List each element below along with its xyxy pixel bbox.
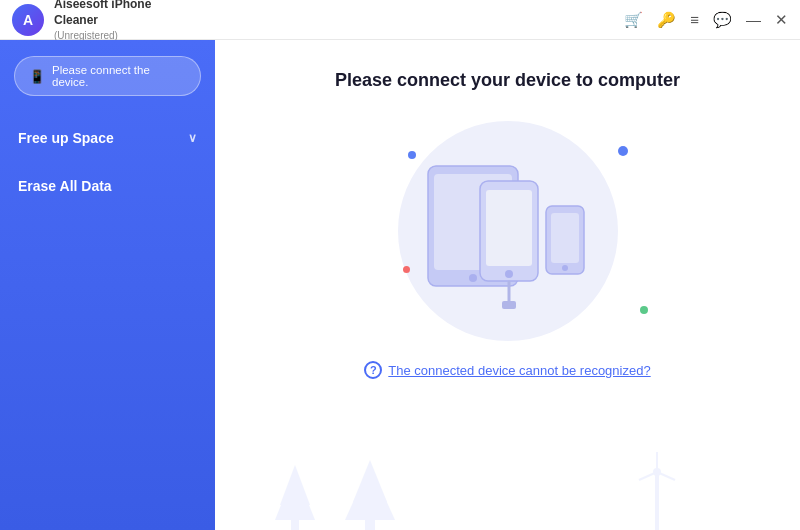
app-title-group: Aiseesoft iPhone Cleaner (Unregistered) [54,0,151,42]
content-area: Please connect your device to computer [215,40,800,530]
dot-blue-top-right [618,146,628,156]
menu-icon[interactable]: ≡ [690,11,699,28]
svg-rect-7 [551,213,579,263]
title-bar: A Aiseesoft iPhone Cleaner (Unregistered… [0,0,800,40]
app-name-label2: Cleaner [54,13,151,29]
svg-rect-17 [655,470,659,530]
phone-icon: 📱 [29,69,45,84]
app-logo-area: A Aiseesoft iPhone Cleaner (Unregistered… [12,0,151,42]
connect-device-button[interactable]: 📱 Please connect the device. [14,56,201,96]
svg-marker-11 [275,470,315,520]
app-logo-icon: A [12,4,44,36]
sidebar-item-erase-all-data[interactable]: Erase All Data [0,164,215,208]
device-illustration [348,121,668,341]
erase-all-data-label: Erase All Data [18,178,112,194]
cart-icon[interactable]: 🛒 [624,11,643,29]
free-up-space-label: Free up Space [18,130,114,146]
svg-rect-13 [291,518,299,530]
help-link-area[interactable]: ? The connected device cannot be recogni… [364,361,650,379]
svg-point-8 [562,265,568,271]
minimize-button[interactable]: — [746,11,761,28]
chevron-down-icon: ∨ [188,131,197,145]
page-title: Please connect your device to computer [335,70,680,91]
dot-green-mid-right [640,306,648,314]
svg-line-20 [657,472,675,480]
svg-point-5 [505,270,513,278]
svg-marker-14 [345,465,395,520]
svg-line-21 [639,472,657,480]
svg-rect-16 [365,518,375,530]
chat-icon[interactable]: 💬 [713,11,732,29]
connect-button-label: Please connect the device. [52,64,186,88]
svg-rect-4 [486,190,532,266]
devices-svg [408,146,608,316]
svg-marker-12 [280,465,310,505]
svg-rect-10 [502,301,516,309]
sidebar-item-free-up-space[interactable]: Free up Space ∨ [0,116,215,160]
main-layout: 📱 Please connect the device. Free up Spa… [0,40,800,530]
window-controls: 🛒 🔑 ≡ 💬 — ✕ [624,11,788,29]
svg-point-2 [469,274,477,282]
background-trees [215,450,795,530]
device-not-recognized-link[interactable]: The connected device cannot be recognize… [388,363,650,378]
help-icon: ? [364,361,382,379]
svg-marker-15 [353,460,387,502]
pin-icon[interactable]: 🔑 [657,11,676,29]
sidebar: 📱 Please connect the device. Free up Spa… [0,40,215,530]
close-button[interactable]: ✕ [775,11,788,29]
svg-point-18 [653,468,661,476]
app-name-label: Aiseesoft iPhone [54,0,151,13]
